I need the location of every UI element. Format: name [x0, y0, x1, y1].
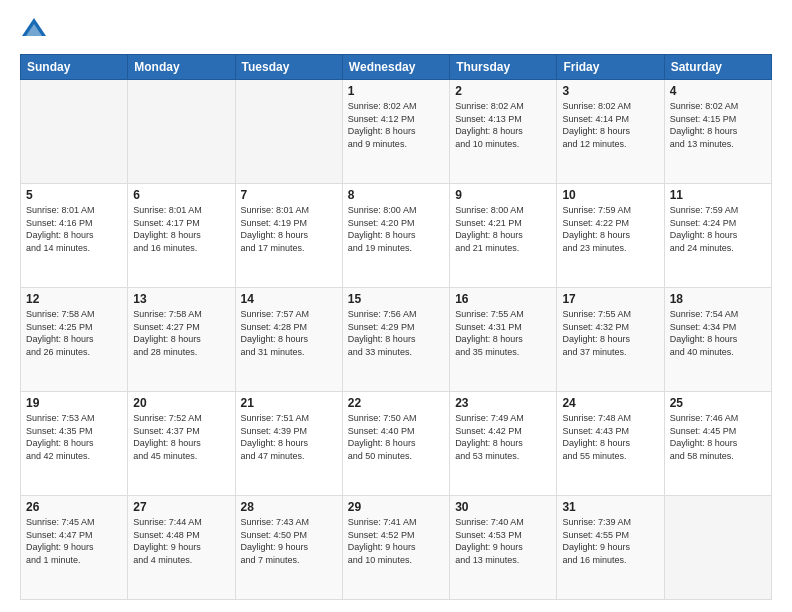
- day-cell-10: 10Sunrise: 7:59 AM Sunset: 4:22 PM Dayli…: [557, 184, 664, 288]
- weekday-header-row: SundayMondayTuesdayWednesdayThursdayFrid…: [21, 55, 772, 80]
- day-cell-16: 16Sunrise: 7:55 AM Sunset: 4:31 PM Dayli…: [450, 288, 557, 392]
- day-number: 14: [241, 292, 337, 306]
- day-info: Sunrise: 7:59 AM Sunset: 4:24 PM Dayligh…: [670, 204, 766, 254]
- day-number: 22: [348, 396, 444, 410]
- day-info: Sunrise: 7:40 AM Sunset: 4:53 PM Dayligh…: [455, 516, 551, 566]
- empty-cell: [21, 80, 128, 184]
- day-number: 9: [455, 188, 551, 202]
- day-info: Sunrise: 8:01 AM Sunset: 4:16 PM Dayligh…: [26, 204, 122, 254]
- day-cell-23: 23Sunrise: 7:49 AM Sunset: 4:42 PM Dayli…: [450, 392, 557, 496]
- day-number: 13: [133, 292, 229, 306]
- day-info: Sunrise: 7:41 AM Sunset: 4:52 PM Dayligh…: [348, 516, 444, 566]
- day-cell-20: 20Sunrise: 7:52 AM Sunset: 4:37 PM Dayli…: [128, 392, 235, 496]
- calendar-table: SundayMondayTuesdayWednesdayThursdayFrid…: [20, 54, 772, 600]
- day-number: 29: [348, 500, 444, 514]
- week-row-1: 1Sunrise: 8:02 AM Sunset: 4:12 PM Daylig…: [21, 80, 772, 184]
- day-cell-29: 29Sunrise: 7:41 AM Sunset: 4:52 PM Dayli…: [342, 496, 449, 600]
- day-number: 6: [133, 188, 229, 202]
- day-cell-18: 18Sunrise: 7:54 AM Sunset: 4:34 PM Dayli…: [664, 288, 771, 392]
- day-cell-1: 1Sunrise: 8:02 AM Sunset: 4:12 PM Daylig…: [342, 80, 449, 184]
- day-number: 8: [348, 188, 444, 202]
- day-info: Sunrise: 7:55 AM Sunset: 4:31 PM Dayligh…: [455, 308, 551, 358]
- day-info: Sunrise: 7:53 AM Sunset: 4:35 PM Dayligh…: [26, 412, 122, 462]
- week-row-5: 26Sunrise: 7:45 AM Sunset: 4:47 PM Dayli…: [21, 496, 772, 600]
- day-number: 31: [562, 500, 658, 514]
- day-number: 11: [670, 188, 766, 202]
- day-cell-15: 15Sunrise: 7:56 AM Sunset: 4:29 PM Dayli…: [342, 288, 449, 392]
- day-number: 5: [26, 188, 122, 202]
- day-cell-9: 9Sunrise: 8:00 AM Sunset: 4:21 PM Daylig…: [450, 184, 557, 288]
- day-number: 21: [241, 396, 337, 410]
- day-cell-8: 8Sunrise: 8:00 AM Sunset: 4:20 PM Daylig…: [342, 184, 449, 288]
- weekday-thursday: Thursday: [450, 55, 557, 80]
- day-number: 1: [348, 84, 444, 98]
- day-number: 18: [670, 292, 766, 306]
- week-row-2: 5Sunrise: 8:01 AM Sunset: 4:16 PM Daylig…: [21, 184, 772, 288]
- day-cell-25: 25Sunrise: 7:46 AM Sunset: 4:45 PM Dayli…: [664, 392, 771, 496]
- day-cell-27: 27Sunrise: 7:44 AM Sunset: 4:48 PM Dayli…: [128, 496, 235, 600]
- day-info: Sunrise: 7:58 AM Sunset: 4:25 PM Dayligh…: [26, 308, 122, 358]
- day-info: Sunrise: 8:01 AM Sunset: 4:17 PM Dayligh…: [133, 204, 229, 254]
- day-cell-26: 26Sunrise: 7:45 AM Sunset: 4:47 PM Dayli…: [21, 496, 128, 600]
- header: [20, 16, 772, 44]
- day-info: Sunrise: 7:39 AM Sunset: 4:55 PM Dayligh…: [562, 516, 658, 566]
- day-info: Sunrise: 8:00 AM Sunset: 4:20 PM Dayligh…: [348, 204, 444, 254]
- day-cell-3: 3Sunrise: 8:02 AM Sunset: 4:14 PM Daylig…: [557, 80, 664, 184]
- day-info: Sunrise: 7:54 AM Sunset: 4:34 PM Dayligh…: [670, 308, 766, 358]
- day-info: Sunrise: 8:00 AM Sunset: 4:21 PM Dayligh…: [455, 204, 551, 254]
- day-info: Sunrise: 7:45 AM Sunset: 4:47 PM Dayligh…: [26, 516, 122, 566]
- day-info: Sunrise: 7:48 AM Sunset: 4:43 PM Dayligh…: [562, 412, 658, 462]
- day-cell-30: 30Sunrise: 7:40 AM Sunset: 4:53 PM Dayli…: [450, 496, 557, 600]
- day-info: Sunrise: 8:01 AM Sunset: 4:19 PM Dayligh…: [241, 204, 337, 254]
- day-info: Sunrise: 7:56 AM Sunset: 4:29 PM Dayligh…: [348, 308, 444, 358]
- day-info: Sunrise: 7:49 AM Sunset: 4:42 PM Dayligh…: [455, 412, 551, 462]
- day-cell-22: 22Sunrise: 7:50 AM Sunset: 4:40 PM Dayli…: [342, 392, 449, 496]
- day-cell-4: 4Sunrise: 8:02 AM Sunset: 4:15 PM Daylig…: [664, 80, 771, 184]
- day-number: 10: [562, 188, 658, 202]
- day-cell-7: 7Sunrise: 8:01 AM Sunset: 4:19 PM Daylig…: [235, 184, 342, 288]
- day-info: Sunrise: 7:52 AM Sunset: 4:37 PM Dayligh…: [133, 412, 229, 462]
- day-info: Sunrise: 8:02 AM Sunset: 4:13 PM Dayligh…: [455, 100, 551, 150]
- day-number: 30: [455, 500, 551, 514]
- day-number: 19: [26, 396, 122, 410]
- day-number: 12: [26, 292, 122, 306]
- day-info: Sunrise: 8:02 AM Sunset: 4:15 PM Dayligh…: [670, 100, 766, 150]
- day-number: 26: [26, 500, 122, 514]
- logo-icon: [20, 16, 48, 44]
- week-row-4: 19Sunrise: 7:53 AM Sunset: 4:35 PM Dayli…: [21, 392, 772, 496]
- empty-cell: [128, 80, 235, 184]
- day-number: 20: [133, 396, 229, 410]
- weekday-friday: Friday: [557, 55, 664, 80]
- weekday-saturday: Saturday: [664, 55, 771, 80]
- day-info: Sunrise: 7:44 AM Sunset: 4:48 PM Dayligh…: [133, 516, 229, 566]
- day-cell-14: 14Sunrise: 7:57 AM Sunset: 4:28 PM Dayli…: [235, 288, 342, 392]
- day-number: 7: [241, 188, 337, 202]
- day-cell-19: 19Sunrise: 7:53 AM Sunset: 4:35 PM Dayli…: [21, 392, 128, 496]
- weekday-tuesday: Tuesday: [235, 55, 342, 80]
- day-number: 3: [562, 84, 658, 98]
- day-number: 25: [670, 396, 766, 410]
- weekday-wednesday: Wednesday: [342, 55, 449, 80]
- day-info: Sunrise: 8:02 AM Sunset: 4:12 PM Dayligh…: [348, 100, 444, 150]
- day-number: 2: [455, 84, 551, 98]
- empty-cell: [235, 80, 342, 184]
- weekday-monday: Monday: [128, 55, 235, 80]
- day-number: 28: [241, 500, 337, 514]
- day-info: Sunrise: 7:46 AM Sunset: 4:45 PM Dayligh…: [670, 412, 766, 462]
- day-cell-5: 5Sunrise: 8:01 AM Sunset: 4:16 PM Daylig…: [21, 184, 128, 288]
- day-number: 27: [133, 500, 229, 514]
- day-cell-11: 11Sunrise: 7:59 AM Sunset: 4:24 PM Dayli…: [664, 184, 771, 288]
- day-number: 15: [348, 292, 444, 306]
- day-info: Sunrise: 7:55 AM Sunset: 4:32 PM Dayligh…: [562, 308, 658, 358]
- day-cell-6: 6Sunrise: 8:01 AM Sunset: 4:17 PM Daylig…: [128, 184, 235, 288]
- day-cell-24: 24Sunrise: 7:48 AM Sunset: 4:43 PM Dayli…: [557, 392, 664, 496]
- day-cell-12: 12Sunrise: 7:58 AM Sunset: 4:25 PM Dayli…: [21, 288, 128, 392]
- day-info: Sunrise: 7:57 AM Sunset: 4:28 PM Dayligh…: [241, 308, 337, 358]
- day-number: 24: [562, 396, 658, 410]
- day-info: Sunrise: 7:50 AM Sunset: 4:40 PM Dayligh…: [348, 412, 444, 462]
- day-info: Sunrise: 8:02 AM Sunset: 4:14 PM Dayligh…: [562, 100, 658, 150]
- empty-cell: [664, 496, 771, 600]
- weekday-sunday: Sunday: [21, 55, 128, 80]
- day-number: 23: [455, 396, 551, 410]
- page: SundayMondayTuesdayWednesdayThursdayFrid…: [0, 0, 792, 612]
